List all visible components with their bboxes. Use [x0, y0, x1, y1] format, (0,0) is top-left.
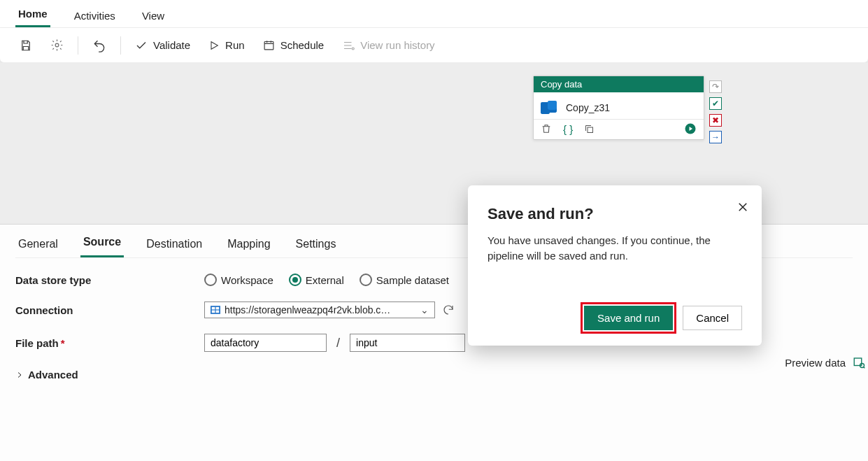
run-activity-icon[interactable] [684, 122, 697, 135]
activity-copy-data[interactable]: Copy data Copy_z31 { } [533, 76, 704, 140]
schedule-label: Schedule [280, 39, 325, 51]
handle-failure[interactable]: ✖ [709, 114, 722, 127]
calendar-icon [263, 39, 275, 51]
code-braces-icon[interactable]: { } [563, 123, 573, 135]
panel-tab-source[interactable]: Source [80, 229, 124, 257]
dialog-body: You have unsaved changes. If you continu… [488, 233, 742, 264]
path-separator: / [334, 336, 343, 350]
svg-rect-9 [216, 311, 220, 313]
svg-rect-5 [211, 306, 220, 314]
tab-activities[interactable]: Activities [71, 3, 118, 27]
tab-home[interactable]: Home [15, 1, 50, 27]
command-bar: Validate Run Schedule View run history [0, 28, 868, 63]
copy-data-icon [541, 101, 559, 115]
data-store-type-label: Data store type [15, 274, 197, 286]
panel-tab-settings[interactable]: Settings [293, 231, 339, 257]
radio-sample-label: Sample dataset [376, 274, 449, 286]
preview-data-action[interactable]: Preview data [785, 356, 865, 369]
view-history-label: View run history [360, 39, 434, 51]
storage-icon [211, 306, 220, 314]
data-store-type-group: Workspace External Sample dataset [204, 274, 449, 286]
save-icon[interactable] [15, 36, 36, 55]
connection-value: https://storagenlweazpq4r2vk.blob.c… [225, 304, 416, 315]
run-label: Run [225, 39, 245, 51]
connection-dropdown[interactable]: https://storagenlweazpq4r2vk.blob.c… [204, 302, 435, 318]
schedule-button[interactable]: Schedule [259, 36, 329, 54]
separator [120, 36, 121, 55]
radio-sample-dataset[interactable]: Sample dataset [360, 274, 449, 286]
validate-button[interactable]: Validate [131, 36, 194, 55]
panel-tab-destination[interactable]: Destination [143, 231, 205, 257]
panel-tab-mapping[interactable]: Mapping [225, 231, 273, 257]
activity-output-handles: ↷ ✔ ✖ → [709, 80, 725, 143]
cancel-button[interactable]: Cancel [683, 306, 742, 330]
separator [78, 36, 78, 55]
duplicate-icon[interactable] [584, 124, 595, 134]
run-button[interactable]: Run [204, 36, 249, 54]
tab-view[interactable]: View [139, 3, 167, 27]
svg-rect-6 [212, 307, 215, 310]
svg-rect-3 [588, 127, 593, 133]
settings-icon[interactable] [46, 36, 68, 55]
svg-rect-1 [264, 42, 273, 50]
checkmark-icon [135, 39, 148, 52]
refresh-icon[interactable] [442, 304, 455, 316]
chevron-right-icon [15, 371, 24, 379]
svg-point-2 [352, 48, 354, 50]
preview-data-label: Preview data [785, 357, 846, 369]
advanced-label: Advanced [28, 369, 78, 381]
svg-point-0 [55, 43, 59, 47]
activity-name: Copy_z31 [566, 102, 610, 113]
history-icon [342, 39, 355, 52]
radio-workspace-label: Workspace [221, 274, 273, 286]
file-path-container-input[interactable] [204, 334, 327, 352]
preview-icon [853, 356, 865, 369]
file-path-directory-input[interactable] [350, 334, 465, 352]
view-history-button: View run history [338, 36, 439, 55]
panel-tab-general[interactable]: General [15, 231, 61, 257]
radio-external-label: External [306, 274, 344, 286]
delete-icon[interactable] [541, 123, 552, 134]
handle-skip[interactable]: → [709, 131, 722, 143]
handle-success[interactable]: ✔ [709, 97, 722, 110]
validate-label: Validate [153, 39, 190, 51]
activity-type-label: Copy data [534, 76, 704, 92]
svg-rect-7 [216, 307, 220, 310]
save-and-run-dialog: Save and run? You have unsaved changes. … [468, 185, 762, 346]
close-icon[interactable] [737, 201, 749, 213]
svg-rect-8 [212, 311, 215, 313]
save-and-run-button[interactable]: Save and run [584, 306, 673, 330]
dialog-title: Save and run? [488, 205, 742, 223]
radio-external[interactable]: External [289, 274, 344, 286]
connection-label: Connection [15, 304, 197, 316]
advanced-expander[interactable]: Advanced [15, 369, 853, 381]
play-icon [208, 40, 220, 51]
radio-workspace[interactable]: Workspace [204, 274, 273, 286]
ribbon-tabs: Home Activities View [0, 0, 868, 28]
handle-completion[interactable]: ↷ [709, 80, 722, 93]
undo-icon[interactable] [88, 36, 111, 55]
file-path-label: File path* [15, 337, 197, 349]
